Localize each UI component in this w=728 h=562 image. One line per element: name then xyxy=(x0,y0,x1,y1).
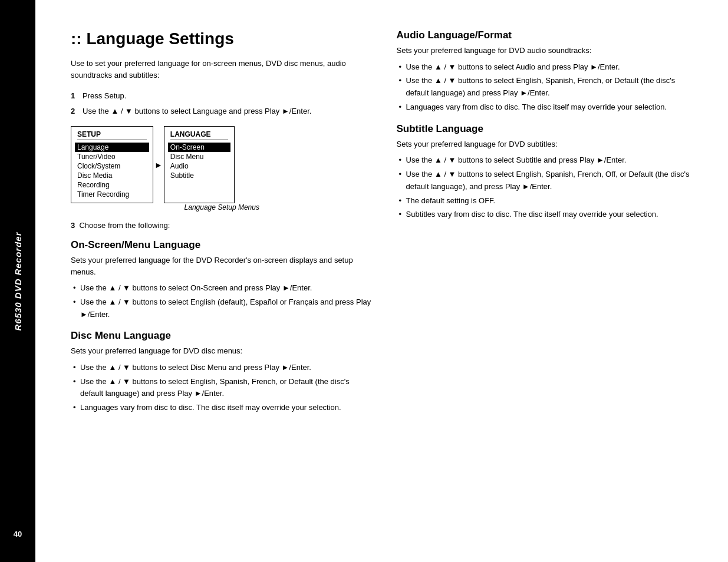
disc-menu-bullet-3: Languages vary from disc to disc. The di… xyxy=(71,402,373,414)
audio-bullet-3: Languages vary from disc to disc. The di… xyxy=(397,101,699,114)
setup-menu-box: SETUP Language Tuner/Video Clock/System … xyxy=(71,126,153,203)
step-3-number: 3 xyxy=(71,221,75,230)
disc-menu-bullet-2: Use the ▲ / ▼ buttons to select English,… xyxy=(71,376,373,401)
step-2-number: 2 xyxy=(71,105,75,117)
setup-item-recording: Recording xyxy=(77,180,147,190)
menu-caption: Language Setup Menus xyxy=(71,203,373,211)
subtitle-bullets: Use the ▲ / ▼ buttons to select Subtitle… xyxy=(397,154,699,221)
lang-item-audio: Audio xyxy=(170,161,228,171)
subtitle-title: Subtitle Language xyxy=(397,123,699,135)
sidebar: R6530 DVD Recorder 40 xyxy=(0,0,35,562)
onscreen-bullet-2: Use the ▲ / ▼ buttons to select English … xyxy=(71,296,373,321)
left-column: :: Language Settings Use to set your pre… xyxy=(71,29,373,544)
setup-menu-header: SETUP xyxy=(77,130,147,140)
setup-item-language: Language xyxy=(75,143,149,152)
step-1-text: Press Setup. xyxy=(83,91,126,100)
step-3-text: 3 Choose from the following: xyxy=(71,221,373,230)
setup-item-timer: Timer Recording xyxy=(77,190,147,199)
lang-item-onscreen: On-Screen xyxy=(168,143,230,152)
language-menu-header: LANGUAGE xyxy=(170,130,228,140)
subtitle-bullet-3: The default setting is OFF. xyxy=(397,195,699,207)
audio-desc: Sets your preferred language for DVD aud… xyxy=(397,45,699,57)
onscreen-title: On-Screen/Menu Language xyxy=(71,239,373,251)
steps-list: 1 Press Setup. 2 Use the ▲ / ▼ buttons t… xyxy=(71,90,373,117)
page-number: 40 xyxy=(14,530,22,538)
audio-bullet-1: Use the ▲ / ▼ buttons to select Audio an… xyxy=(397,61,699,74)
onscreen-bullets: Use the ▲ / ▼ buttons to select On-Scree… xyxy=(71,282,373,320)
step-2: 2 Use the ▲ / ▼ buttons to select Langua… xyxy=(71,105,373,117)
lang-item-disc-menu: Disc Menu xyxy=(170,152,228,161)
menu-arrow: ► xyxy=(153,126,164,203)
disc-menu-bullet-1: Use the ▲ / ▼ buttons to select Disc Men… xyxy=(71,362,373,374)
subtitle-bullet-4: Subtitles vary from disc to disc. The di… xyxy=(397,209,699,221)
audio-bullets: Use the ▲ / ▼ buttons to select Audio an… xyxy=(397,61,699,114)
subtitle-bullet-1: Use the ▲ / ▼ buttons to select Subtitle… xyxy=(397,154,699,167)
right-column: Audio Language/Format Sets your preferre… xyxy=(397,29,699,544)
setup-item-tuner: Tuner/Video xyxy=(77,152,147,161)
setup-item-disc-media: Disc Media xyxy=(77,171,147,180)
subtitle-desc: Sets your preferred language for DVD sub… xyxy=(397,138,699,150)
onscreen-desc: Sets your preferred language for the DVD… xyxy=(71,254,373,277)
audio-bullet-2: Use the ▲ / ▼ buttons to select English,… xyxy=(397,75,699,100)
setup-item-clock: Clock/System xyxy=(77,161,147,171)
disc-menu-title: Disc Menu Language xyxy=(71,330,373,342)
sidebar-label: R6530 DVD Recorder xyxy=(13,232,23,330)
menu-diagram: SETUP Language Tuner/Video Clock/System … xyxy=(71,126,271,203)
page-title: :: Language Settings xyxy=(71,29,373,48)
intro-text: Use to set your preferred language for o… xyxy=(71,58,373,81)
step-1-number: 1 xyxy=(71,90,75,102)
disc-menu-bullets: Use the ▲ / ▼ buttons to select Disc Men… xyxy=(71,362,373,414)
lang-item-subtitle: Subtitle xyxy=(170,171,228,180)
language-menu-box: LANGUAGE On-Screen Disc Menu Audio Subti… xyxy=(164,126,235,203)
subtitle-bullet-2: Use the ▲ / ▼ buttons to select English,… xyxy=(397,168,699,193)
step-1: 1 Press Setup. xyxy=(71,90,373,102)
audio-title: Audio Language/Format xyxy=(397,29,699,41)
disc-menu-desc: Sets your preferred language for DVD dis… xyxy=(71,345,373,357)
step-2-text: Use the ▲ / ▼ buttons to select Language… xyxy=(83,107,311,115)
onscreen-bullet-1: Use the ▲ / ▼ buttons to select On-Scree… xyxy=(71,282,373,295)
main-content: :: Language Settings Use to set your pre… xyxy=(35,0,728,562)
